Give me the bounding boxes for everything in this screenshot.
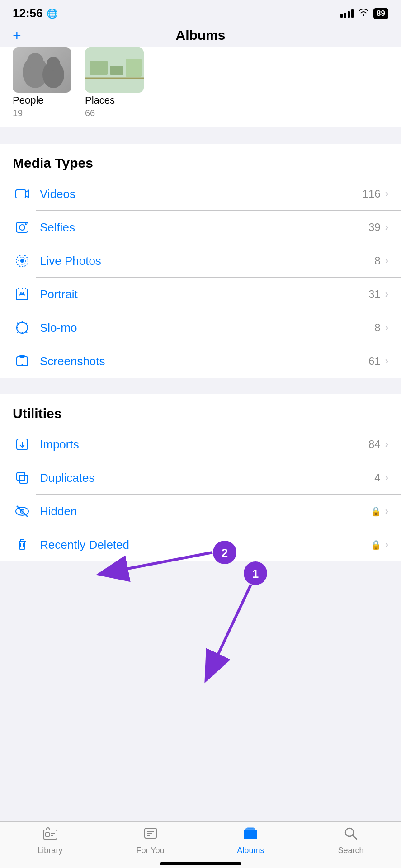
imports-label: Imports	[40, 438, 368, 452]
tab-library[interactable]: Library	[0, 826, 100, 855]
svg-rect-5	[90, 61, 108, 75]
utilities-section: Utilities Imports 84 ›	[0, 394, 401, 561]
live-photos-icon	[13, 254, 32, 268]
portrait-item[interactable]: Portrait 31 ›	[0, 278, 401, 311]
videos-chevron: ›	[385, 188, 388, 200]
recently-deleted-chevron: ›	[385, 539, 388, 551]
screenshots-item[interactable]: Screenshots 61 ›	[0, 344, 401, 378]
duplicates-label: Duplicates	[40, 471, 374, 485]
selfie-icon	[13, 220, 32, 235]
portrait-icon	[13, 287, 32, 302]
battery-indicator: 89	[373, 8, 388, 19]
svg-point-1	[27, 53, 43, 69]
duplicates-chevron: ›	[385, 472, 388, 484]
slomo-item[interactable]: Slo-mo 8 ›	[0, 311, 401, 344]
svg-rect-54	[244, 830, 257, 839]
library-tab-label: Library	[38, 846, 62, 855]
status-time: 12:56	[13, 6, 43, 20]
globe-icon: 🌐	[47, 8, 58, 19]
for-you-tab-icon	[143, 826, 158, 843]
people-label: People	[13, 94, 71, 106]
places-item[interactable]: Places 66	[85, 47, 144, 118]
add-album-button[interactable]: +	[13, 28, 21, 42]
videos-label: Videos	[40, 187, 363, 201]
people-count: 19	[13, 108, 71, 118]
selfies-count: 39	[368, 221, 381, 234]
imports-icon	[13, 437, 32, 452]
svg-line-58	[353, 835, 357, 839]
search-tab-icon	[343, 826, 359, 843]
search-tab-label: Search	[338, 846, 364, 855]
svg-rect-6	[110, 66, 123, 75]
home-indicator	[160, 862, 241, 865]
selfies-item[interactable]: Selfies 39 ›	[0, 211, 401, 244]
svg-line-25	[17, 331, 19, 333]
slomo-chevron: ›	[385, 322, 388, 334]
status-icons: 89	[340, 8, 388, 19]
portrait-count: 31	[368, 288, 381, 301]
screenshots-label: Screenshots	[40, 354, 368, 368]
videos-item[interactable]: Videos 116 ›	[0, 177, 401, 211]
svg-line-23	[26, 331, 27, 333]
svg-rect-37	[19, 541, 25, 549]
videos-count: 116	[363, 188, 381, 200]
svg-point-11	[19, 225, 25, 230]
signal-bars	[340, 9, 354, 18]
svg-rect-47	[46, 833, 49, 836]
library-tab-icon	[42, 826, 58, 843]
places-label: Places	[85, 94, 144, 106]
media-types-section: Media Types Videos 116 ›	[0, 144, 401, 378]
tab-bar: Library For You Albums	[0, 821, 401, 868]
albums-tab-label: Albums	[237, 846, 264, 855]
selfies-label: Selfies	[40, 221, 368, 235]
wifi-icon	[358, 8, 369, 19]
hidden-item[interactable]: Hidden 🔒 ›	[0, 495, 401, 528]
section-gap-1	[0, 127, 401, 144]
recently-deleted-label: Recently Deleted	[40, 538, 370, 552]
svg-line-24	[26, 323, 27, 324]
svg-rect-32	[19, 475, 28, 483]
for-you-tab-label: For You	[137, 846, 165, 855]
imports-item[interactable]: Imports 84 ›	[0, 428, 401, 461]
albums-tab-icon	[243, 826, 258, 843]
live-photos-label: Live Photos	[40, 254, 374, 268]
svg-point-3	[47, 57, 60, 71]
utilities-header: Utilities	[0, 394, 401, 428]
video-icon	[13, 187, 32, 201]
svg-line-22	[17, 323, 19, 324]
svg-point-28	[22, 364, 23, 366]
duplicates-count: 4	[374, 472, 380, 484]
duplicates-item[interactable]: Duplicates 4 ›	[0, 461, 401, 495]
svg-rect-7	[126, 59, 142, 77]
screenshots-count: 61	[368, 355, 381, 368]
nav-bar: + Albums	[0, 24, 401, 47]
live-photos-chevron: ›	[385, 255, 388, 267]
hidden-lock-icon: 🔒	[370, 506, 382, 517]
tab-albums[interactable]: Albums	[201, 826, 301, 855]
svg-point-14	[20, 259, 24, 263]
live-photos-count: 8	[374, 255, 380, 267]
svg-rect-9	[16, 190, 26, 198]
live-photos-item[interactable]: Live Photos 8 ›	[0, 244, 401, 278]
svg-point-12	[25, 223, 27, 225]
status-bar: 12:56 🌐 89	[0, 0, 401, 24]
deleted-icon	[13, 538, 32, 552]
places-count: 66	[85, 108, 144, 118]
imports-count: 84	[368, 438, 381, 451]
portrait-chevron: ›	[385, 288, 388, 300]
tab-for-you[interactable]: For You	[100, 826, 201, 855]
screenshots-chevron: ›	[385, 355, 388, 367]
section-gap-2	[0, 378, 401, 394]
people-item[interactable]: People 19	[13, 47, 71, 118]
hidden-chevron: ›	[385, 505, 388, 517]
slomo-count: 8	[374, 321, 380, 334]
slomo-icon	[13, 321, 32, 335]
svg-rect-56	[247, 827, 254, 829]
page-title: Albums	[175, 28, 225, 43]
recently-deleted-item[interactable]: Recently Deleted 🔒 ›	[0, 528, 401, 561]
hidden-label: Hidden	[40, 505, 370, 519]
screenshot-icon	[13, 354, 32, 368]
tab-search[interactable]: Search	[301, 826, 401, 855]
people-places-section: People 19 Places 66	[0, 47, 401, 127]
slomo-label: Slo-mo	[40, 321, 374, 335]
